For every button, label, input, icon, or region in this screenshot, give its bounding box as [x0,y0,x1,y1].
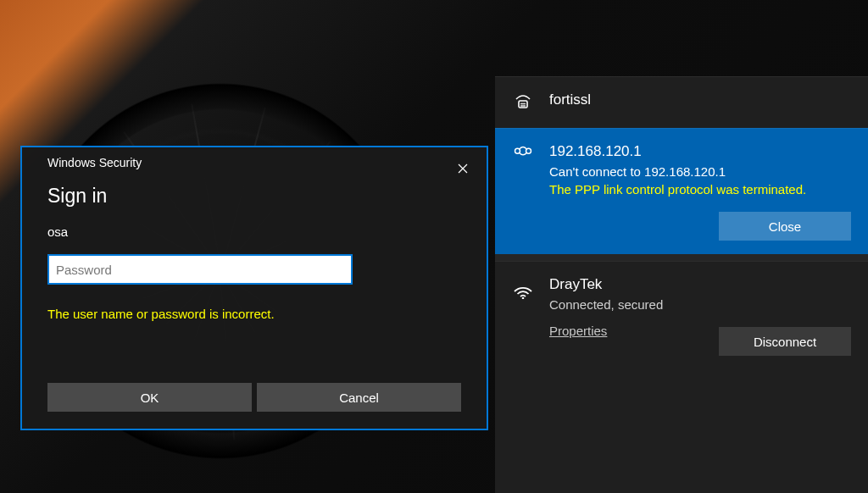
dialog-heading: Sign in [47,185,461,208]
vpn-icon [512,144,534,166]
svg-point-1 [520,105,522,107]
svg-point-6 [524,103,526,105]
svg-point-3 [524,105,526,107]
close-icon [458,163,468,174]
network-item-vpn[interactable]: 192.168.120.1 Can't connect to 192.168.1… [495,128,868,254]
close-button[interactable] [444,156,481,181]
dialog-error-message: The user name or password is incorrect. [47,307,461,321]
ok-button[interactable]: OK [47,383,252,412]
password-input[interactable] [47,254,353,285]
network-item-fortissl[interactable]: fortissl [495,76,868,128]
disconnect-button[interactable]: Disconnect [719,327,851,356]
cancel-button[interactable]: Cancel [257,383,461,412]
dialog-username: osa [47,224,461,239]
network-status: Connected, secured [549,297,851,312]
svg-point-2 [522,105,524,107]
network-name: fortissl [549,91,851,109]
network-flyout: fortissl 192.168.120.1 Can't connect to … [495,76,868,493]
separator [495,254,868,261]
network-name: DrayTek [549,275,851,294]
network-error: The PPP link control protocol was termin… [549,182,851,197]
wifi-icon [512,277,534,299]
network-name: 192.168.120.1 [549,142,851,161]
properties-link[interactable]: Properties [549,324,607,338]
svg-point-4 [520,103,522,105]
dialup-icon [512,92,534,114]
network-item-draytek[interactable]: DrayTek Connected, secured Properties Di… [495,261,868,369]
svg-point-9 [522,297,525,299]
dialog-window-title: Windows Security [47,156,142,169]
network-status: Can't connect to 192.168.120.1 [549,164,851,179]
svg-point-5 [522,103,524,105]
close-connection-button[interactable]: Close [719,212,851,241]
windows-security-dialog: Windows Security Sign in osa The user na… [20,146,488,430]
